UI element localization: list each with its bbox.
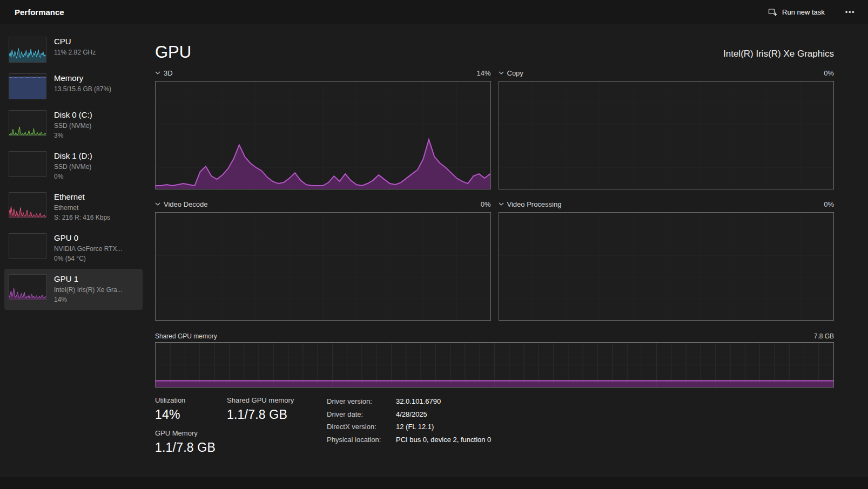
sidebar-item-title: Disk 0 (C:) bbox=[54, 110, 92, 119]
detail-value: 32.0.101.6790 bbox=[396, 397, 441, 405]
gpu-stats: Utilization 14% GPU Memory 1.1/7.8 GB Sh… bbox=[155, 396, 834, 477]
stat-value: 14% bbox=[155, 408, 216, 422]
panel-title: GPU bbox=[155, 44, 191, 60]
chart-area-shared-memory[interactable] bbox=[155, 342, 834, 388]
more-options-button[interactable]: ••• bbox=[841, 5, 859, 19]
gpu-device-name: Intel(R) Iris(R) Xe Graphics bbox=[723, 49, 834, 60]
detail-row: Driver date: 4/28/2025 bbox=[327, 410, 491, 423]
sidebar-item-disk0[interactable]: Disk 0 (C:) SSD (NVMe)3% bbox=[4, 105, 143, 146]
chart-area-3d[interactable] bbox=[155, 81, 491, 189]
engine-selector-video-processing[interactable]: Video Processing bbox=[499, 200, 562, 208]
chevron-down-icon bbox=[499, 71, 504, 74]
chart-current-value: 0% bbox=[481, 200, 491, 208]
sidebar-item-subtext: 11% 2.82 GHz bbox=[54, 47, 96, 57]
sidebar-item-subtext: SSD (NVMe) bbox=[54, 162, 92, 172]
chart-cell-copy: Copy 0% bbox=[499, 67, 835, 189]
sidebar-item-sparkline bbox=[9, 192, 46, 218]
detail-label: DirectX version: bbox=[327, 423, 396, 431]
sidebar-item-subtext: 13.5/15.6 GB (87%) bbox=[54, 84, 111, 94]
sidebar-item-title: GPU 1 bbox=[54, 274, 123, 283]
detail-label: Driver date: bbox=[327, 410, 396, 418]
chart-label: Video Processing bbox=[507, 200, 562, 208]
detail-label: Physical location: bbox=[327, 436, 396, 444]
sidebar-item-sparkline bbox=[9, 73, 46, 99]
detail-value: PCI bus 0, device 2, function 0 bbox=[396, 436, 491, 444]
chart-label: Video Decode bbox=[164, 200, 207, 208]
driver-details: Driver version: 32.0.101.6790 Driver dat… bbox=[327, 397, 491, 448]
sidebar-item-subtext: NVIDIA GeForce RTX... bbox=[54, 244, 122, 254]
chevron-down-icon bbox=[155, 202, 160, 206]
engine-selector-3d[interactable]: 3D bbox=[155, 69, 173, 77]
sidebar-item-subtext: SSD (NVMe) bbox=[54, 121, 92, 131]
shared-memory-label: Shared GPU memory bbox=[155, 332, 217, 340]
detail-value: 12 (FL 12.1) bbox=[396, 423, 434, 431]
sidebar-item-gpu1[interactable]: GPU 1 Intel(R) Iris(R) Xe Gra...14% bbox=[4, 269, 143, 310]
chart-current-value: 0% bbox=[824, 69, 834, 77]
gpu-panel: GPU Intel(R) Iris(R) Xe Graphics 3D 14% bbox=[155, 24, 834, 477]
chart-cell-video-processing: Video Processing 0% bbox=[499, 198, 835, 321]
sidebar-item-subtext: Ethernet bbox=[54, 203, 110, 213]
sidebar-item-cpu[interactable]: CPU 11% 2.82 GHz bbox=[4, 31, 143, 68]
sidebar-item-title: Disk 1 (D:) bbox=[54, 151, 92, 160]
sidebar-item-subtext: 0% bbox=[54, 172, 92, 181]
engine-selector-copy[interactable]: Copy bbox=[499, 69, 523, 77]
sidebar-item-memory[interactable]: Memory 13.5/15.6 GB (87%) bbox=[4, 68, 143, 105]
panel-header: GPU Intel(R) Iris(R) Xe Graphics bbox=[155, 36, 834, 60]
shared-memory-max: 7.8 GB bbox=[814, 332, 834, 340]
sidebar-item-subtext: 3% bbox=[54, 131, 92, 140]
chart-label: 3D bbox=[164, 69, 173, 77]
detail-value: 4/28/2025 bbox=[396, 410, 427, 418]
page-title: Performance bbox=[15, 8, 64, 17]
sidebar-item-subtext: Intel(R) Iris(R) Xe Gra... bbox=[54, 285, 123, 295]
engine-selector-video-decode[interactable]: Video Decode bbox=[155, 200, 207, 208]
detail-row: Driver version: 32.0.101.6790 bbox=[327, 397, 491, 410]
run-new-task-button[interactable]: Run new task bbox=[763, 4, 830, 21]
chart-cell-3d: 3D 14% bbox=[155, 67, 491, 189]
stat-shared-memory: Shared GPU memory 1.1/7.8 GB bbox=[227, 396, 294, 422]
sidebar-item-gpu0[interactable]: GPU 0 NVIDIA GeForce RTX...0% (54 °C) bbox=[4, 228, 143, 269]
chart-area-video-processing[interactable] bbox=[499, 212, 835, 321]
engine-charts-grid: 3D 14% Copy 0% bbox=[155, 67, 834, 321]
run-new-task-icon bbox=[768, 8, 777, 17]
sidebar-item-sparkline bbox=[9, 233, 46, 259]
stat-gpu-memory: GPU Memory 1.1/7.8 GB bbox=[155, 429, 216, 455]
stat-label: Shared GPU memory bbox=[227, 396, 294, 404]
stat-label: Utilization bbox=[155, 396, 216, 404]
title-bar: Performance Run new task ••• bbox=[0, 0, 868, 24]
chart-current-value: 14% bbox=[476, 69, 490, 77]
chevron-down-icon bbox=[499, 202, 504, 206]
stat-label: GPU Memory bbox=[155, 429, 216, 437]
ellipsis-icon: ••• bbox=[845, 8, 855, 16]
sidebar-item-title: Memory bbox=[54, 73, 111, 83]
detail-row: DirectX version: 12 (FL 12.1) bbox=[327, 423, 491, 436]
detail-row: Physical location: PCI bus 0, device 2, … bbox=[327, 436, 491, 449]
sidebar-item-subtext: 14% bbox=[54, 295, 123, 304]
chart-label: Copy bbox=[507, 69, 523, 77]
chart-cell-video-decode: Video Decode 0% bbox=[155, 198, 491, 321]
sidebar-item-disk1[interactable]: Disk 1 (D:) SSD (NVMe)0% bbox=[4, 146, 143, 187]
sidebar-item-title: GPU 0 bbox=[54, 233, 122, 242]
sidebar-item-sparkline bbox=[9, 110, 46, 136]
sidebar-item-sparkline bbox=[9, 37, 46, 63]
run-new-task-label: Run new task bbox=[782, 8, 825, 16]
sidebar-item-title: Ethernet bbox=[54, 192, 110, 201]
stat-value: 1.1/7.8 GB bbox=[227, 408, 294, 422]
chart-current-value: 0% bbox=[824, 200, 834, 208]
sidebar-item-subtext: S: 216 R: 416 Kbps bbox=[54, 213, 110, 222]
sidebar-item-title: CPU bbox=[54, 37, 96, 46]
sidebar-item-ethernet[interactable]: Ethernet EthernetS: 216 R: 416 Kbps bbox=[4, 187, 143, 228]
sidebar-item-subtext: 0% (54 °C) bbox=[54, 254, 122, 263]
stat-value: 1.1/7.8 GB bbox=[155, 440, 216, 455]
sidebar-item-sparkline bbox=[9, 151, 46, 177]
chart-area-copy[interactable] bbox=[499, 81, 835, 189]
detail-label: Driver version: bbox=[327, 397, 396, 405]
shared-memory-header: Shared GPU memory 7.8 GB bbox=[155, 329, 834, 340]
chart-area-video-decode[interactable] bbox=[155, 212, 491, 321]
chevron-down-icon bbox=[155, 71, 160, 74]
performance-sidebar: CPU 11% 2.82 GHz Memory 13.5/15.6 GB (87… bbox=[0, 24, 147, 477]
sidebar-item-sparkline bbox=[9, 274, 46, 300]
window-bottom-edge bbox=[0, 477, 868, 489]
stat-utilization: Utilization 14% bbox=[155, 396, 216, 422]
